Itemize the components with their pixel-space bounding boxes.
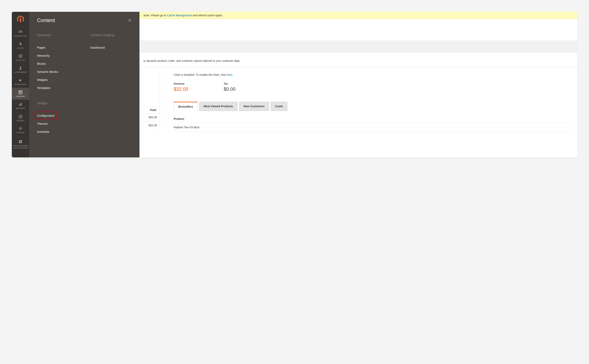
metric-tax: Tax$0.00 (224, 82, 235, 92)
nav-label: FIND PARTNERS & EXTENSIONS (13, 145, 28, 149)
cache-management-link[interactable]: Cache Management (167, 14, 192, 17)
svg-rect-11 (21, 140, 22, 141)
flyout-title: Content (37, 17, 55, 23)
flyout-link-dashboard[interactable]: Dashboard (90, 44, 132, 52)
tab-custo[interactable]: Custo (271, 102, 288, 111)
flyout-link-templates[interactable]: Templates (37, 84, 78, 92)
scope-strip (140, 41, 577, 52)
magento-logo-icon (17, 15, 24, 23)
svg-rect-7 (20, 104, 21, 106)
flyout-link-pages[interactable]: Pages (37, 44, 78, 52)
dollar-icon: $ (18, 42, 23, 46)
nav-label: REPORTS (16, 107, 25, 109)
blocks-icon (18, 139, 23, 144)
flyout-link-widgets[interactable]: Widgets (37, 76, 78, 84)
nav-label: MARKETING (14, 83, 26, 85)
sidebar-item-customers[interactable]: CUSTOMERS (12, 64, 29, 76)
metric-label: Tax (224, 82, 235, 85)
flyout-section-design: Design (37, 101, 78, 105)
svg-point-9 (20, 128, 21, 129)
svg-text:$: $ (20, 42, 21, 46)
layout-icon (18, 90, 23, 94)
content-flyout: Content ✕ ElementsPagesHierarchyBlocksDy… (29, 12, 140, 157)
nav-label: CUSTOMERS (14, 71, 27, 73)
tab-most-viewed-products[interactable]: Most Viewed Products (199, 102, 238, 111)
sidebar-item-content[interactable]: CONTENT (12, 88, 29, 100)
svg-rect-10 (19, 140, 20, 141)
nav-label: SYSTEM (17, 131, 25, 134)
total-value: $32.00 (140, 121, 160, 129)
nav-label: CONTENT (16, 95, 25, 98)
sidebar-item-system[interactable]: SYSTEM (12, 124, 29, 136)
person-icon (18, 66, 23, 70)
sidebar-item-marketing[interactable]: MARKETING (12, 76, 29, 88)
magento-logo[interactable] (12, 12, 29, 26)
reports-message: ur dynamic product, order, and customer … (140, 52, 577, 67)
svg-rect-6 (19, 104, 20, 106)
tab-bestsellers[interactable]: Bestsellers (174, 102, 198, 111)
totals-column: Total $45.00$32.00 (140, 73, 160, 132)
flyout-link-hierarchy[interactable]: Hierarchy (37, 52, 78, 60)
total-header: Total (150, 108, 156, 111)
sidebar-item-find-partners-extensions[interactable]: FIND PARTNERS & EXTENSIONS (12, 137, 29, 151)
nav-label: SALES (17, 47, 24, 49)
cache-banner: ache. Please go to Cache Management and … (140, 12, 577, 19)
tab-new-customers[interactable]: New Customers (239, 102, 269, 111)
sidebar-item-reports[interactable]: REPORTS (12, 100, 29, 112)
nav-label: STORES (17, 119, 25, 122)
metric-revenue: Revenue$32.00 (174, 82, 188, 92)
gear-icon (18, 126, 23, 131)
megaphone-icon (18, 78, 23, 82)
svg-point-2 (20, 66, 21, 68)
svg-rect-3 (19, 91, 22, 94)
banner-text: ache. Please go to (143, 14, 167, 17)
metric-value: $32.00 (174, 86, 188, 92)
table-row[interactable]: Radiant Tee-XS-Blue (174, 123, 571, 132)
metric-value: $0.00 (224, 86, 235, 92)
sidebar-item-stores[interactable]: STORES (12, 112, 29, 124)
total-value: $45.00 (140, 113, 160, 121)
banner-text: and refresh cache types. (192, 14, 223, 17)
header-strip (140, 19, 577, 41)
flyout-link-blocks[interactable]: Blocks (37, 60, 78, 68)
flyout-link-configuration[interactable]: Configuration (35, 111, 57, 120)
app-window: DASHBOARD$SALESCATALOGCUSTOMERSMARKETING… (12, 12, 577, 157)
nav-label: DASHBOARD (14, 35, 27, 37)
flyout-link-schedule[interactable]: Schedule (37, 128, 78, 136)
nav-label: CATALOG (16, 59, 25, 61)
box-icon (18, 54, 23, 58)
flyout-link-themes[interactable]: Themes (37, 120, 78, 128)
bars-icon (18, 102, 23, 106)
sidebar-item-dashboard[interactable]: DASHBOARD (12, 27, 29, 39)
sidebar-item-catalog[interactable]: CATALOG (12, 52, 29, 64)
chart-disabled-message: Chart is disabled. To enable the chart, … (174, 73, 571, 76)
store-icon (18, 114, 23, 119)
svg-rect-13 (21, 142, 22, 143)
product-column-header: Product (174, 115, 571, 123)
flyout-section-elements: Elements (37, 33, 78, 37)
sidebar-item-sales[interactable]: $SALES (12, 39, 29, 51)
svg-rect-12 (19, 142, 20, 143)
flyout-link-dynamic-blocks[interactable]: Dynamic Blocks (37, 68, 78, 76)
dashboard-icon (18, 30, 23, 34)
enable-chart-link[interactable]: here (227, 73, 233, 76)
flyout-section-content-staging: Content Staging (90, 33, 132, 37)
metric-label: Revenue (174, 82, 188, 85)
admin-sidebar: DASHBOARD$SALESCATALOGCUSTOMERSMARKETING… (12, 12, 29, 157)
close-icon[interactable]: ✕ (128, 18, 132, 23)
svg-rect-8 (21, 103, 22, 106)
